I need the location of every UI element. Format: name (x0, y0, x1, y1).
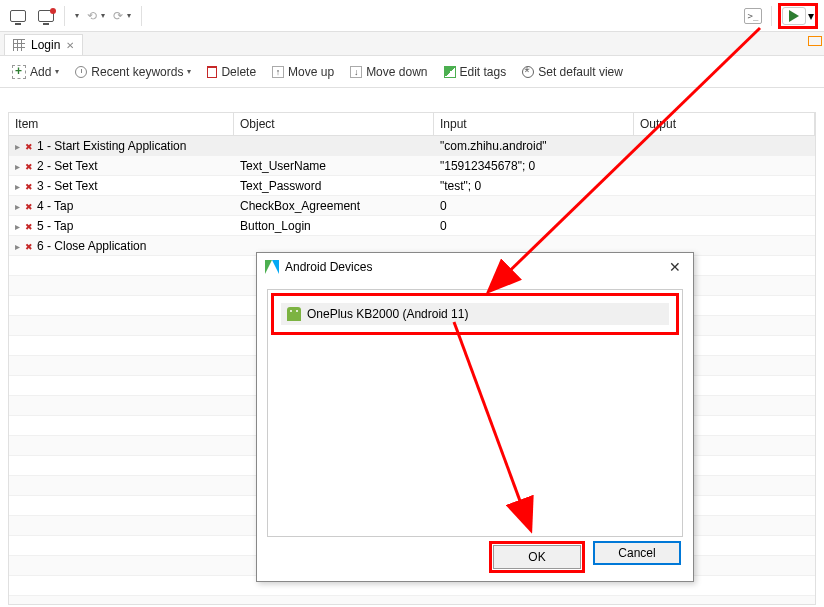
arrow-up-icon: ↑ (272, 66, 284, 78)
table-row[interactable]: ▸✖1 - Start Existing Application"com.zhi… (9, 136, 815, 156)
arrow-down-icon: ↓ (350, 66, 362, 78)
separator (141, 6, 142, 26)
table-row[interactable]: ▸✖2 - Set TextText_UserName"15912345678"… (9, 156, 815, 176)
recent-label: Recent keywords (91, 65, 183, 79)
trash-icon (207, 66, 217, 78)
chevron-down-icon: ▾ (55, 67, 59, 76)
cell-input: "15912345678"; 0 (434, 155, 634, 177)
add-label: Add (30, 65, 51, 79)
cell-object (234, 242, 434, 250)
add-icon (12, 65, 26, 79)
run-button-highlight: ▾ (778, 3, 818, 29)
cell-output (634, 182, 815, 190)
cell-object: Text_UserName (234, 155, 434, 177)
device-highlight: OnePlus KB2000 (Android 11) (271, 293, 679, 335)
cell-output (634, 162, 815, 170)
run-dropdown[interactable]: ▾ (808, 9, 814, 23)
edittags-button[interactable]: Edit tags (440, 63, 511, 81)
device-label: OnePlus KB2000 (Android 11) (307, 307, 468, 321)
top-toolbar: ▾ ⟲▾ ⟳▾ >_ ▾ (0, 0, 824, 32)
cell-item: 1 - Start Existing Application (37, 139, 186, 153)
table-row[interactable]: ▸✖3 - Set TextText_Password"test"; 0 (9, 176, 815, 196)
table-row[interactable]: ▸✖4 - TapCheckBox_Agreement0 (9, 196, 815, 216)
dialog-titlebar: Android Devices ✕ (257, 253, 693, 281)
separator (771, 6, 772, 26)
tab-login[interactable]: Login ✕ (4, 34, 83, 55)
edittags-label: Edit tags (460, 65, 507, 79)
close-icon[interactable]: ✕ (665, 259, 685, 275)
android-devices-dialog: Android Devices ✕ OnePlus KB2000 (Androi… (256, 252, 694, 582)
col-output[interactable]: Output (634, 113, 815, 135)
cell-input: 0 (434, 195, 634, 217)
defaultview-label: Set default view (538, 65, 623, 79)
android-icon (287, 307, 301, 321)
redo-dropdown[interactable]: ⟳▾ (113, 9, 135, 23)
cell-input (434, 242, 634, 250)
col-item[interactable]: Item (9, 113, 234, 135)
close-icon[interactable]: ✕ (66, 40, 74, 51)
edit-icon (444, 66, 456, 78)
table-row[interactable]: ▸✖5 - TapButton_Login0 (9, 216, 815, 236)
table-row-empty (9, 596, 815, 605)
cell-input: 0 (434, 215, 634, 237)
cell-object: CheckBox_Agreement (234, 195, 434, 217)
grid-icon (13, 39, 25, 51)
movedown-button[interactable]: ↓Move down (346, 63, 431, 81)
moveup-label: Move up (288, 65, 334, 79)
katalon-logo-icon (265, 260, 279, 274)
ok-button[interactable]: OK (493, 545, 581, 569)
dialog-buttons: OK Cancel (489, 541, 681, 573)
cell-output (634, 202, 815, 210)
recent-keywords-button[interactable]: Recent keywords▾ (71, 63, 195, 81)
cell-object (234, 142, 434, 150)
ok-highlight: OK (489, 541, 585, 573)
gear-icon (522, 66, 534, 78)
cell-item: 3 - Set Text (37, 179, 97, 193)
cell-output (634, 242, 815, 250)
device-item[interactable]: OnePlus KB2000 (Android 11) (281, 303, 669, 325)
monitor-icon[interactable] (6, 4, 30, 28)
cell-output (634, 142, 815, 150)
tab-label: Login (31, 38, 60, 52)
dropdown-1[interactable]: ▾ (71, 11, 83, 20)
delete-button[interactable]: Delete (203, 63, 260, 81)
monitor-record-icon[interactable] (34, 4, 58, 28)
cell-item: 5 - Tap (37, 219, 73, 233)
cancel-button[interactable]: Cancel (593, 541, 681, 565)
col-object[interactable]: Object (234, 113, 434, 135)
defaultview-button[interactable]: Set default view (518, 63, 627, 81)
cell-item: 4 - Tap (37, 199, 73, 213)
cell-object: Button_Login (234, 215, 434, 237)
device-list: OnePlus KB2000 (Android 11) (267, 289, 683, 537)
chevron-down-icon: ▾ (187, 67, 191, 76)
undo-dropdown[interactable]: ⟲▾ (87, 9, 109, 23)
cell-output (634, 222, 815, 230)
moveup-button[interactable]: ↑Move up (268, 63, 338, 81)
table-header: Item Object Input Output (9, 113, 815, 136)
tab-overflow-indicator[interactable] (808, 36, 822, 46)
cell-input: "com.zhihu.android" (434, 135, 634, 157)
play-icon (789, 10, 799, 22)
cell-item: 2 - Set Text (37, 159, 97, 173)
dialog-title: Android Devices (285, 260, 372, 274)
delete-label: Delete (221, 65, 256, 79)
run-button[interactable] (782, 7, 806, 25)
separator (64, 6, 65, 26)
cell-item: 6 - Close Application (37, 239, 146, 253)
cell-input: "test"; 0 (434, 175, 634, 197)
clock-icon (75, 66, 87, 78)
add-button[interactable]: Add▾ (8, 63, 63, 81)
cell-object: Text_Password (234, 175, 434, 197)
editor-tab-bar: Login ✕ (0, 32, 824, 56)
col-input[interactable]: Input (434, 113, 634, 135)
action-bar: Add▾ Recent keywords▾ Delete ↑Move up ↓M… (0, 56, 824, 88)
movedown-label: Move down (366, 65, 427, 79)
terminal-icon[interactable]: >_ (741, 4, 765, 28)
